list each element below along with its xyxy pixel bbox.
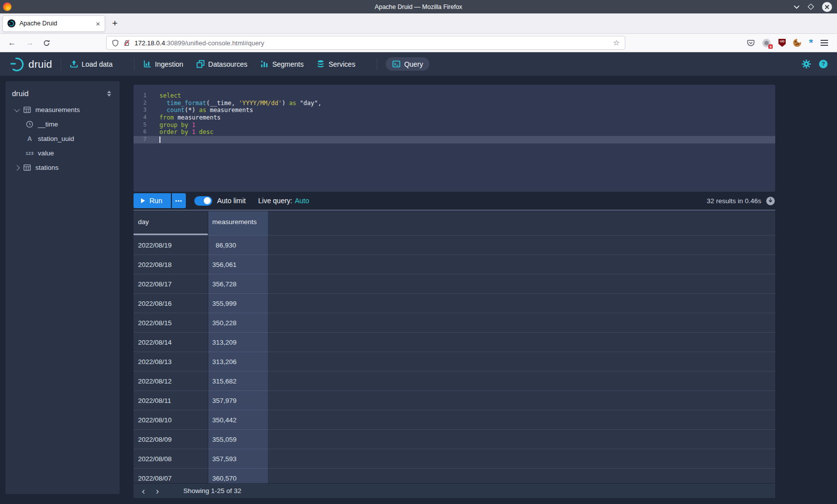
cell-day[interactable]: 2022/08/12 <box>134 371 208 390</box>
prev-page-icon[interactable]: ‹ <box>137 485 150 498</box>
nav-item-query[interactable]: Query <box>386 57 429 71</box>
druid-brand[interactable]: druid <box>10 57 52 72</box>
window-titlebar: Apache Druid — Mozilla Firefox <box>0 0 837 13</box>
cell-measurements[interactable]: 315,682 <box>208 371 269 390</box>
nav-item-datasources[interactable]: Datasources <box>196 60 248 68</box>
close-icon[interactable] <box>822 2 832 12</box>
more-options-button[interactable]: ••• <box>172 193 186 208</box>
window-title: Apache Druid — Mozilla Firefox <box>0 3 837 10</box>
load-data-icon <box>70 60 78 68</box>
sql-editor[interactable]: 1234567 select time_format(__time, 'YYYY… <box>134 85 775 192</box>
help-icon[interactable]: ? <box>819 59 828 69</box>
cell-day[interactable]: 2022/08/18 <box>134 254 208 274</box>
menu-icon[interactable] <box>821 40 828 45</box>
tracking-shield-icon[interactable] <box>112 39 119 47</box>
table-icon <box>23 164 31 171</box>
browser-tab[interactable]: Apache Druid × <box>2 15 105 32</box>
ingestion-icon <box>143 60 151 68</box>
results-table: day measurements 2022/08/1986,9302022/08… <box>134 211 775 498</box>
navigation-toolbar: ← → 172.18.0.4:30899/unified-console.htm… <box>0 34 837 52</box>
cell-day[interactable]: 2022/08/10 <box>134 410 208 429</box>
query-icon <box>392 60 401 68</box>
ublock-icon[interactable]: UO <box>778 39 786 47</box>
tree-item-stations[interactable]: stations <box>5 160 120 175</box>
cell-day[interactable]: 2022/08/17 <box>134 274 208 293</box>
run-button[interactable]: Run <box>134 193 171 208</box>
cell-measurements[interactable]: 356,061 <box>208 254 269 274</box>
cell-day[interactable]: 2022/08/13 <box>134 352 208 371</box>
column-header-measurements[interactable]: measurements <box>208 211 269 235</box>
cell-measurements[interactable]: 360,570 <box>208 468 269 484</box>
tree-item-measurements[interactable]: measurements <box>5 103 120 117</box>
forward-icon[interactable]: → <box>25 38 35 47</box>
new-tab-icon[interactable]: + <box>112 18 118 29</box>
druid-header: druid Load dataIngestionDatasourcesSegme… <box>0 52 837 76</box>
tree-item-label: measurements <box>35 106 80 114</box>
line-number: 5 <box>134 122 152 129</box>
maximize-icon[interactable] <box>808 3 814 10</box>
insecure-lock-icon[interactable] <box>123 39 131 47</box>
cell-day[interactable]: 2022/08/14 <box>134 332 208 352</box>
gear-icon[interactable] <box>802 59 811 69</box>
column-header-day[interactable]: day <box>134 211 208 235</box>
line-number: 1 <box>134 92 152 100</box>
cell-measurements[interactable]: 355,059 <box>208 429 269 449</box>
cell-filler <box>269 313 775 332</box>
tab-close-icon[interactable]: × <box>96 20 100 27</box>
line-number: 3 <box>134 107 152 114</box>
svg-text:?: ? <box>822 61 825 67</box>
url-bar[interactable]: 172.18.0.4:30899/unified-console.html#qu… <box>106 36 625 50</box>
cell-day[interactable]: 2022/08/07 <box>134 468 208 484</box>
table-row: 2022/08/11357,979 <box>134 390 775 410</box>
number-icon: 123 <box>25 151 34 156</box>
cell-measurements[interactable]: 86,930 <box>208 235 269 254</box>
code-line: from measurements <box>152 114 775 122</box>
back-icon[interactable]: ← <box>7 38 17 47</box>
play-icon <box>141 198 145 203</box>
cell-measurements[interactable]: 313,209 <box>208 332 269 352</box>
sort-icon[interactable] <box>107 91 113 97</box>
extensions-asterisk-icon[interactable]: * <box>809 39 813 46</box>
extension-icon[interactable]: x <box>762 39 771 47</box>
download-icon[interactable] <box>766 196 775 206</box>
cell-day[interactable]: 2022/08/08 <box>134 449 208 468</box>
tab-favicon-druid-icon <box>7 19 15 27</box>
code-line <box>152 136 775 143</box>
cell-filler <box>269 235 775 254</box>
nav-item-ingestion[interactable]: Ingestion <box>143 60 183 68</box>
cell-measurements[interactable]: 313,206 <box>208 352 269 371</box>
cell-day[interactable]: 2022/08/11 <box>134 390 208 410</box>
cell-measurements[interactable]: 357,979 <box>208 390 269 410</box>
cookie-icon[interactable] <box>793 39 801 47</box>
cell-day[interactable]: 2022/08/15 <box>134 313 208 332</box>
cell-measurements[interactable]: 350,442 <box>208 410 269 429</box>
schema-tree: measurements__timeAstation_uuid123values… <box>5 103 120 175</box>
auto-limit-toggle[interactable] <box>194 196 212 206</box>
cell-day[interactable]: 2022/08/09 <box>134 429 208 449</box>
nav-item-segments[interactable]: Segments <box>260 60 303 68</box>
tree-item-station_uuid[interactable]: Astation_uuid <box>5 131 120 146</box>
line-number: 7 <box>134 136 152 143</box>
pocket-icon[interactable] <box>747 39 755 47</box>
cell-measurements[interactable]: 356,728 <box>208 274 269 293</box>
cell-measurements[interactable]: 355,999 <box>208 293 269 313</box>
reload-icon[interactable] <box>43 39 50 47</box>
code-line: count(*) as measurements <box>152 107 775 114</box>
live-query-status[interactable]: Live query:Auto <box>258 197 309 205</box>
nav-item-services[interactable]: Services <box>316 60 355 68</box>
next-page-icon[interactable]: › <box>150 485 164 498</box>
nav-item-load-data[interactable]: Load data <box>70 60 113 68</box>
cell-measurements[interactable]: 350,228 <box>208 313 269 332</box>
minimize-icon[interactable] <box>794 5 800 9</box>
table-icon <box>23 107 31 113</box>
tree-item-label: station_uuid <box>38 135 74 142</box>
run-button-label: Run <box>149 197 162 205</box>
nav-item-label: Services <box>328 60 355 68</box>
tree-item-__time[interactable]: __time <box>5 117 120 131</box>
tree-item-value[interactable]: 123value <box>5 146 120 160</box>
cell-day[interactable]: 2022/08/16 <box>134 293 208 313</box>
cell-measurements[interactable]: 357,593 <box>208 449 269 468</box>
bookmark-star-icon[interactable]: ☆ <box>613 38 620 47</box>
druid-logo-icon <box>10 57 25 72</box>
cell-day[interactable]: 2022/08/19 <box>134 235 208 254</box>
